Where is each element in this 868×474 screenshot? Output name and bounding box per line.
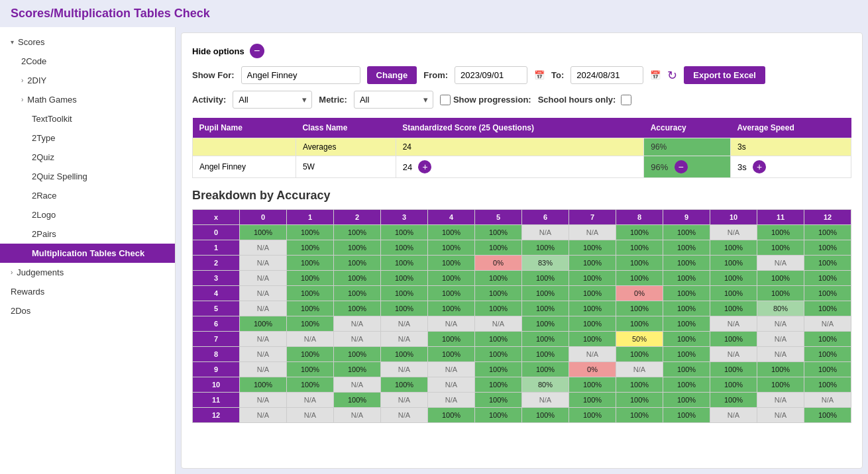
- metric-label: Metric:: [319, 95, 347, 105]
- breakdown-cell: 100%: [381, 256, 428, 271]
- refresh-button[interactable]: ↻: [667, 68, 677, 83]
- breakdown-cell: 100%: [334, 271, 381, 286]
- from-date-input[interactable]: [455, 66, 527, 84]
- expand-button[interactable]: +: [418, 160, 431, 173]
- breakdown-cell: 100%: [334, 301, 381, 316]
- sidebar-item-2type[interactable]: 2Type: [0, 128, 175, 148]
- from-calendar-icon[interactable]: 📅: [534, 70, 545, 80]
- cell-speed: 3s: [730, 138, 851, 156]
- sidebar-item-2pairs[interactable]: 2Pairs: [0, 224, 175, 244]
- col-standardized-score: Standardized Score (25 Questions): [396, 118, 644, 138]
- breakdown-cell: N/A: [381, 393, 428, 408]
- breakdown-col-1: 1: [287, 210, 334, 225]
- sidebar-item-mult-tables[interactable]: Multiplication Tables Check: [0, 244, 175, 263]
- breakdown-row-header: 6: [193, 316, 240, 332]
- breakdown-cell: N/A: [334, 408, 381, 423]
- breakdown-cell: 100%: [663, 347, 710, 362]
- breakdown-cell: 100%: [616, 393, 663, 408]
- breakdown-cell: 100%: [710, 240, 757, 256]
- breakdown-cell: 100%: [710, 377, 757, 393]
- breakdown-cell: 0%: [569, 362, 616, 377]
- sidebar-item-scores[interactable]: ▾ Scores: [0, 32, 175, 52]
- breakdown-cell: 100%: [334, 393, 381, 408]
- breakdown-cell: N/A: [757, 256, 804, 271]
- breakdown-cell: 100%: [428, 408, 475, 423]
- export-button[interactable]: Export to Excel: [684, 66, 765, 84]
- school-hours-checkbox[interactable]: [621, 95, 631, 105]
- expand-speed-button[interactable]: +: [753, 160, 766, 173]
- sidebar-item-2dos[interactable]: 2Dos: [0, 301, 175, 320]
- breakdown-cell: N/A: [287, 408, 334, 423]
- breakdown-cell: N/A: [287, 393, 334, 408]
- breakdown-cell: 100%: [710, 301, 757, 316]
- breakdown-col-8: 8: [616, 210, 663, 225]
- breakdown-cell: 100%: [616, 316, 663, 332]
- breakdown-cell: N/A: [381, 332, 428, 347]
- activity-select-wrapper: All ▾: [233, 91, 312, 109]
- sidebar-item-rewards[interactable]: Rewards: [0, 282, 175, 301]
- breakdown-cell: 100%: [381, 271, 428, 286]
- activity-label: Activity:: [192, 95, 226, 105]
- breakdown-row-header: 7: [193, 332, 240, 347]
- breakdown-cell: 100%: [663, 225, 710, 240]
- breakdown-cell: 80%: [757, 301, 804, 316]
- sidebar-item-2quiz-spelling[interactable]: 2Quiz Spelling: [0, 167, 175, 186]
- breakdown-cell: 50%: [616, 332, 663, 347]
- breakdown-col-12: 12: [804, 210, 851, 225]
- breakdown-cell: 100%: [804, 332, 851, 347]
- breakdown-cell: 100%: [475, 301, 522, 316]
- breakdown-row-header: 12: [193, 408, 240, 423]
- filter-row: Activity: All ▾ Metric: All ▾ Show pro: [192, 91, 851, 109]
- to-calendar-icon[interactable]: 📅: [650, 70, 661, 80]
- breakdown-cell: N/A: [522, 225, 569, 240]
- breakdown-col-x: x: [193, 210, 240, 225]
- hide-options-button[interactable]: −: [250, 44, 264, 58]
- breakdown-cell: N/A: [240, 332, 287, 347]
- sidebar-item-math-games[interactable]: › Math Games: [0, 90, 175, 109]
- sidebar-item-2code[interactable]: 2Code: [0, 52, 175, 71]
- breakdown-row-header: 0: [193, 225, 240, 240]
- breakdown-cell: N/A: [710, 347, 757, 362]
- sidebar-item-2race[interactable]: 2Race: [0, 186, 175, 205]
- to-date-input[interactable]: [570, 66, 643, 84]
- breakdown-cell: 100%: [569, 377, 616, 393]
- breakdown-cell: 100%: [663, 316, 710, 332]
- breakdown-cell: N/A: [475, 316, 522, 332]
- col-class-name: Class Name: [296, 118, 396, 138]
- breakdown-row: 10100%100%N/A100%N/A100%80%100%100%100%1…: [193, 377, 851, 393]
- breakdown-cell: 100%: [663, 301, 710, 316]
- breakdown-cell: 100%: [757, 225, 804, 240]
- breakdown-cell: 100%: [428, 240, 475, 256]
- breakdown-cell: N/A: [240, 240, 287, 256]
- breakdown-row-header: 9: [193, 362, 240, 377]
- breakdown-cell: 100%: [287, 256, 334, 271]
- cell-score: 24: [396, 138, 644, 156]
- breakdown-cell: 100%: [475, 286, 522, 301]
- breakdown-cell: 100%: [381, 225, 428, 240]
- metric-select[interactable]: All: [354, 91, 433, 109]
- change-button[interactable]: Change: [367, 66, 417, 84]
- breakdown-row: 6100%100%N/AN/AN/AN/A100%100%100%100%N/A…: [193, 316, 851, 332]
- sidebar-item-2diy[interactable]: › 2DIY: [0, 71, 175, 90]
- show-progression-checkbox[interactable]: [440, 95, 451, 105]
- sidebar-item-2logo[interactable]: 2Logo: [0, 205, 175, 224]
- breakdown-cell: N/A: [240, 256, 287, 271]
- breakdown-row-header: 5: [193, 301, 240, 316]
- sidebar-item-2quiz[interactable]: 2Quiz: [0, 148, 175, 167]
- breakdown-cell: 100%: [287, 347, 334, 362]
- breakdown-cell: 100%: [804, 408, 851, 423]
- activity-select[interactable]: All: [233, 91, 312, 109]
- show-for-input[interactable]: [241, 66, 360, 84]
- breakdown-cell: 100%: [522, 240, 569, 256]
- breakdown-col-9: 9: [663, 210, 710, 225]
- breakdown-row: 12N/AN/AN/AN/A100%100%100%100%100%100%N/…: [193, 408, 851, 423]
- sidebar-item-judgements[interactable]: › Judgements: [0, 263, 175, 282]
- breakdown-cell: N/A: [428, 316, 475, 332]
- breakdown-cell: 100%: [710, 332, 757, 347]
- breakdown-cell: N/A: [710, 316, 757, 332]
- breakdown-cell: 100%: [663, 393, 710, 408]
- breakdown-cell: 100%: [287, 301, 334, 316]
- sidebar-item-texttoolkit[interactable]: TextToolkit: [0, 109, 175, 128]
- collapse-button[interactable]: −: [675, 160, 688, 173]
- breakdown-row: 3N/A100%100%100%100%100%100%100%100%100%…: [193, 271, 851, 286]
